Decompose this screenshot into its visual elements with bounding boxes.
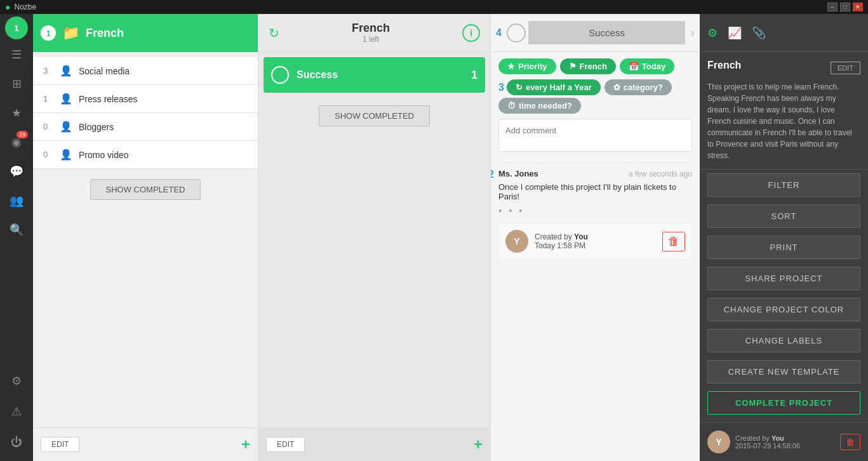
calendar-badge: 29 [17,131,28,138]
project-edit-button[interactable]: EDIT [41,437,79,452]
task-show-completed-button[interactable]: SHOW COMPLETED [319,105,430,126]
task-header-subtitle: 1 left [352,35,390,44]
sidebar-item-home[interactable]: 1 [5,17,28,39]
show-completed-button[interactable]: SHOW COMPLETED [90,179,201,200]
item-count: 1 [43,94,53,104]
category-tag[interactable]: ✿ category? [604,79,672,95]
project-count-badge: 1 [41,25,56,41]
step3-label: 3 [498,82,504,93]
chat-icon: 💬 [10,164,23,178]
list-item[interactable]: 0 👤 Bloggers [33,113,258,141]
list-item[interactable]: 3 👤 Social media [33,57,258,85]
person-icon: 👤 [60,65,72,77]
inbox-icon: ☰ [11,48,22,62]
task-add-button[interactable]: + [474,436,483,453]
task-number: 1 [471,69,477,82]
change-project-color-button[interactable]: CHANGE PROJECT COLOR [707,298,860,321]
category-icon: ✿ [613,83,620,92]
calendar-tag-icon: 📅 [629,62,639,71]
priority-tag[interactable]: ★ Priority [498,58,556,74]
right-panel-header: ⚙ 📈 📎 [700,14,868,52]
comment-author: Ms. Jones [498,169,538,178]
right-footer-delete-button[interactable]: 🗑 [840,434,860,450]
right-project-title: French [707,60,741,71]
detail-panel: 4 Success › ★ Priority ⚑ French 📅 Today [490,14,700,461]
list-item[interactable]: 0 👤 Promo video [33,141,258,169]
info-icon[interactable]: i [462,24,480,42]
chevron-right-icon[interactable]: › [690,25,695,40]
sidebar-item-calendar[interactable]: ◉ 29 [3,128,30,156]
minimize-button[interactable]: – [827,3,838,11]
attach-tool-icon[interactable]: 📎 [752,26,766,40]
app-icon: ● [5,2,10,12]
project-header: 1 📁 French [33,14,258,52]
complete-project-button[interactable]: COMPLETE PROJECT [707,391,860,415]
created-timestamp: Today 1:58 PM [535,241,585,250]
task-row[interactable]: Success 1 [264,57,485,93]
create-new-template-button[interactable]: CREATE NEW TEMPLATE [707,360,860,384]
change-labels-button[interactable]: CHANGE LABELS [707,329,860,352]
sidebar-item-settings[interactable]: ⚙ [3,367,30,395]
time-tag[interactable]: ⏱ time needed? [498,98,581,114]
item-count: 3 [43,66,53,76]
comment-dots[interactable]: • • • [498,205,692,217]
project-panel: 1 📁 French 3 👤 Social media 1 👤 Press re… [33,14,258,461]
print-button[interactable]: PRINT [707,236,860,259]
right-panel-tools: ⚙ 📈 📎 [707,26,766,40]
item-name: Social media [79,66,130,76]
item-name: Press releases [79,94,138,104]
sidebar-item-power[interactable]: ⏻ [3,428,30,456]
today-tag[interactable]: 📅 Today [620,58,674,74]
project-list: 3 👤 Social media 1 👤 Press releases 0 👤 … [33,52,258,427]
detail-body: ★ Priority ⚑ French 📅 Today 3 ↻ every [491,52,700,461]
right-created-author: You [771,434,784,442]
recur-label: every Half a Year [526,83,592,92]
sort-button[interactable]: SORT [707,204,860,228]
sidebar-item-search[interactable]: 🔍 [3,216,30,244]
created-author: You [574,232,588,241]
settings-tool-icon[interactable]: ⚙ [707,26,718,40]
right-panel: ⚙ 📈 📎 French EDIT This project is to hel… [700,14,868,461]
filter-button[interactable]: FILTER [707,173,860,197]
right-created-timestamp: 2015-07-29 14:58:06 [735,442,800,450]
project-info-edit-button[interactable]: EDIT [831,62,860,74]
tag-row-1: ★ Priority ⚑ French 📅 Today [498,58,692,74]
task-edit-button[interactable]: EDIT [266,437,305,452]
item-count: 0 [43,150,53,159]
person-icon: 👤 [60,121,72,133]
task-detail-circle[interactable] [507,23,526,43]
add-comment-input[interactable] [498,119,692,152]
right-created-label: Created by [735,434,771,442]
item-count: 0 [43,122,53,131]
comment-block: 2 Ms. Jones a few seconds ago Once I com… [498,162,692,217]
maximize-button[interactable]: □ [840,3,850,11]
project-add-button[interactable]: + [241,436,250,453]
item-name: Bloggers [79,122,114,132]
sidebar-item-warning[interactable]: ⚠ [3,398,30,425]
french-label: French [580,62,607,71]
right-footer: Y Created by You 2015-07-29 14:58:06 🗑 [700,422,868,461]
task-detail-button[interactable]: Success [528,21,685,44]
refresh-icon[interactable]: ↻ [269,25,279,41]
sidebar-item-inbox[interactable]: ☰ [3,41,30,69]
delete-comment-button[interactable]: 🗑 [662,232,685,251]
sidebar-item-people[interactable]: 👥 [3,187,30,215]
sidebar-item-grid[interactable]: ⊞ [3,70,30,98]
person-icon: 👤 [60,149,72,161]
recur-tag[interactable]: ↻ every Half a Year [507,79,601,95]
sidebar-item-star[interactable]: ★ [3,99,30,127]
task-name: Success [297,69,464,81]
task-complete-circle[interactable] [271,66,289,84]
time-label: time needed? [519,101,572,110]
task-list: Success 1 SHOW COMPLETED [258,52,490,427]
power-icon: ⏻ [11,436,22,449]
french-tag[interactable]: ⚑ French [560,58,616,74]
sidebar-item-chat[interactable]: 💬 [3,157,30,185]
close-button[interactable]: ✕ [853,3,863,11]
share-project-button[interactable]: SHARE PROJECT [707,267,860,290]
star-icon: ★ [507,62,515,71]
project-info-section: French EDIT This project is to help me l… [700,52,868,170]
list-item[interactable]: 1 👤 Press releases [33,85,258,113]
activity-tool-icon[interactable]: 📈 [728,26,742,40]
created-info: Created by You Today 1:58 PM [535,232,588,250]
